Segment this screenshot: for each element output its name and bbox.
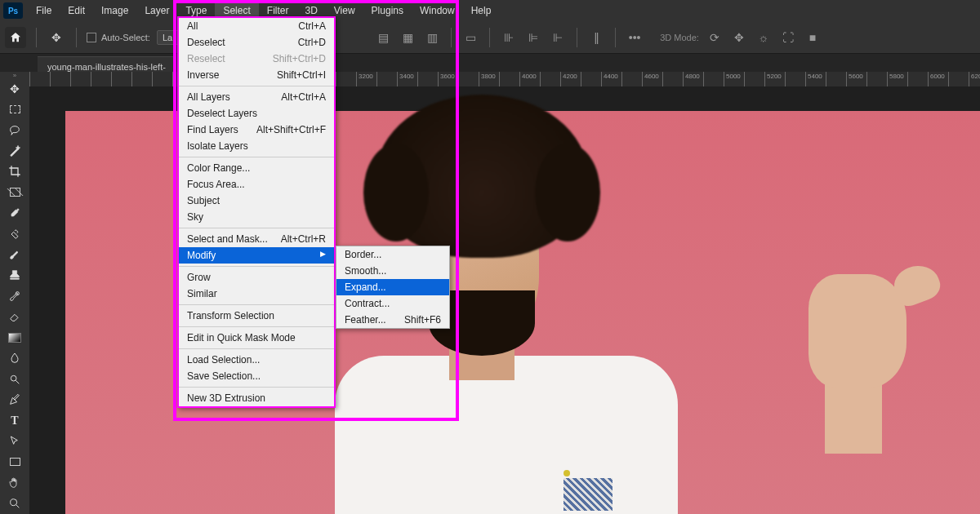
3d-orbit-icon[interactable]: ⟳	[706, 31, 724, 44]
3d-camera-icon[interactable]: ■	[804, 31, 822, 44]
move-tool[interactable]: ✥	[2, 78, 27, 99]
ruler-mark: 5400	[805, 72, 826, 86]
ruler-mark	[499, 72, 519, 86]
menu-image[interactable]: Image	[93, 2, 136, 20]
align-middle-icon[interactable]: ⊫	[524, 31, 542, 44]
crop-tool[interactable]	[2, 162, 27, 182]
3d-pan-icon[interactable]: ✥	[730, 31, 748, 44]
menu-file[interactable]: File	[28, 2, 60, 20]
ruler-mark	[29, 72, 50, 86]
submenu-item-label: Expand...	[345, 281, 386, 293]
menu-item-inverse[interactable]: InverseShift+Ctrl+I	[179, 67, 334, 83]
menu-item-shortcut: Ctrl+A	[298, 20, 326, 32]
marquee-tool[interactable]	[2, 99, 27, 119]
align-left-icon[interactable]: ▤	[374, 31, 392, 44]
wand-tool[interactable]	[2, 140, 27, 161]
menu-plugins[interactable]: Plugins	[363, 2, 412, 20]
menu-item-label: Load Selection...	[187, 354, 260, 366]
ruler-mark	[376, 72, 397, 86]
menu-item-label: Grow	[187, 272, 211, 283]
move-tool-icon: ✥	[47, 31, 66, 44]
heal-tool[interactable]	[2, 224, 27, 244]
stamp-tool[interactable]	[2, 265, 27, 286]
ruler-mark	[826, 72, 846, 86]
shape-tool[interactable]	[2, 452, 27, 472]
menu-item-label: Inverse	[187, 69, 219, 81]
align-center-icon[interactable]: ▦	[399, 31, 416, 44]
menu-item-similar[interactable]: Similar	[179, 286, 334, 302]
menu-item-label: Find Layers	[187, 124, 238, 135]
canvas-area[interactable]	[29, 86, 980, 514]
ruler-mark: 4400	[601, 72, 621, 86]
type-tool[interactable]: T	[2, 410, 27, 431]
ruler-mark	[540, 72, 560, 86]
dodge-tool[interactable]	[2, 369, 27, 389]
align-top-icon[interactable]: ⊪	[500, 31, 518, 44]
menu-item-grow[interactable]: Grow	[179, 269, 334, 286]
menu-item-deselect[interactable]: DeselectCtrl+D	[179, 34, 334, 51]
menu-layer[interactable]: Layer	[136, 2, 177, 20]
submenu-item-contract[interactable]: Contract...	[336, 295, 449, 312]
menu-item-color-range[interactable]: Color Range...	[179, 160, 334, 176]
3d-scale-icon[interactable]: ⛶	[779, 31, 797, 44]
menu-item-new-3d-extrusion[interactable]: New 3D Extrusion	[179, 390, 334, 406]
menu-item-shortcut: Shift+Ctrl+I	[277, 69, 326, 81]
separator	[489, 28, 490, 47]
submenu-item-border[interactable]: Border...	[336, 246, 449, 263]
auto-select-checkbox[interactable]: Auto-Select:	[87, 33, 150, 42]
hand-tool[interactable]	[2, 472, 27, 493]
eraser-tool[interactable]	[2, 306, 27, 326]
zoom-tool[interactable]	[2, 494, 27, 514]
brush-tool[interactable]	[2, 244, 27, 264]
ruler-mark	[152, 72, 172, 86]
menu-item-sky[interactable]: Sky	[179, 209, 334, 225]
3d-light-icon[interactable]: ☼	[755, 31, 773, 44]
align-right-icon[interactable]: ▥	[423, 31, 441, 44]
submenu-item-smooth[interactable]: Smooth...	[336, 263, 449, 279]
menu-item-find-layers[interactable]: Find LayersAlt+Shift+Ctrl+F	[179, 122, 334, 138]
ruler-mark	[458, 72, 479, 86]
menu-item-focus-area[interactable]: Focus Area...	[179, 176, 334, 193]
eyedropper-tool[interactable]	[2, 202, 27, 223]
menu-item-label: Subject	[187, 195, 220, 206]
menu-item-subject[interactable]: Subject	[179, 193, 334, 209]
distribute-v-icon[interactable]: ‖	[587, 31, 605, 44]
ruler-mark	[50, 72, 70, 86]
menu-item-all[interactable]: AllCtrl+A	[179, 18, 334, 34]
submenu-arrow-icon: ▶	[320, 250, 326, 261]
blur-tool[interactable]	[2, 348, 27, 369]
menu-help[interactable]: Help	[463, 2, 500, 20]
gradient-tool[interactable]	[8, 333, 21, 343]
menu-item-deselect-layers[interactable]: Deselect Layers	[179, 105, 334, 122]
auto-select-label: Auto-Select:	[101, 33, 150, 42]
ruler-mark	[131, 72, 152, 86]
menu-window[interactable]: Window	[412, 2, 463, 20]
path-select-tool[interactable]	[2, 431, 27, 451]
more-icon[interactable]: •••	[626, 31, 644, 44]
menu-item-label: Deselect Layers	[187, 108, 257, 119]
menu-item-label: Similar	[187, 288, 217, 299]
distribute-icon[interactable]: ▭	[461, 31, 479, 44]
ruler-mark	[417, 72, 438, 86]
menu-item-edit-in-quick-mask-mode[interactable]: Edit in Quick Mask Mode	[179, 330, 334, 346]
checkbox-icon	[87, 33, 96, 42]
toolbox-expand[interactable]: »	[0, 72, 29, 78]
lasso-tool[interactable]	[2, 120, 27, 140]
menu-separator	[179, 266, 334, 267]
menu-item-select-and-mask[interactable]: Select and Mask...Alt+Ctrl+R	[179, 231, 334, 247]
menu-item-save-selection[interactable]: Save Selection...	[179, 368, 334, 384]
submenu-item-label: Border...	[345, 249, 381, 260]
menu-item-transform-selection[interactable]: Transform Selection	[179, 308, 334, 324]
align-bottom-icon[interactable]: ⊩	[549, 31, 567, 44]
frame-tool[interactable]	[2, 182, 27, 202]
menu-item-load-selection[interactable]: Load Selection...	[179, 352, 334, 368]
menu-item-all-layers[interactable]: All LayersAlt+Ctrl+A	[179, 89, 334, 105]
menu-edit[interactable]: Edit	[60, 2, 93, 20]
home-button[interactable]	[5, 27, 26, 48]
submenu-item-expand[interactable]: Expand...	[336, 279, 449, 295]
history-brush-tool[interactable]	[2, 286, 27, 306]
pen-tool[interactable]	[2, 389, 27, 410]
menu-item-modify[interactable]: Modify▶	[179, 247, 334, 264]
submenu-item-feather[interactable]: Feather...Shift+F6	[336, 312, 449, 328]
menu-item-isolate-layers[interactable]: Isolate Layers	[179, 138, 334, 154]
